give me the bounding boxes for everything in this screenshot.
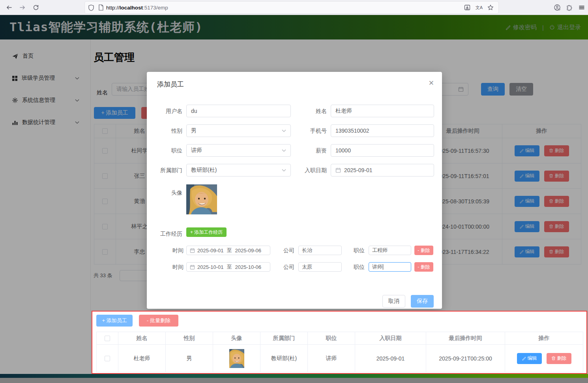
phone-input[interactable]: 13903510002 <box>331 124 434 137</box>
chevron-down-icon <box>282 130 286 132</box>
exp-date-range[interactable]: 2025-10-01至2025-10-06 <box>186 262 270 272</box>
bookmark-star-icon[interactable] <box>487 4 494 11</box>
dialog-title: 添加员工 <box>157 80 184 89</box>
page-icon <box>98 4 104 11</box>
exp-delete-button[interactable]: - 删除 <box>414 246 433 255</box>
text-caret <box>383 264 383 270</box>
name-input[interactable]: 杜老师 <box>331 105 434 117</box>
bottom-gradient-strip <box>0 374 588 378</box>
close-icon[interactable]: ✕ <box>429 79 434 87</box>
exp-time-label: 时间 <box>148 246 184 255</box>
save-page-icon[interactable] <box>464 4 471 11</box>
table-header-row: 姓名 性别 头像 所属部门 职位 入职日期 最后操作时间 操作 <box>97 332 583 345</box>
salary-label: 薪资 <box>291 144 327 157</box>
calendar-icon <box>335 167 341 173</box>
entry-date-input[interactable]: 2025-09-01 <box>331 164 434 176</box>
exp-date-range[interactable]: 2025-09-01至2025-09-06 <box>186 246 270 255</box>
dept-label: 所属部门 <box>147 164 182 176</box>
url-bar[interactable]: http://localhost:5173/emp 文A <box>85 2 498 13</box>
salary-input[interactable]: 10000 <box>331 144 434 157</box>
gender-select[interactable]: 男 <box>186 124 291 137</box>
add-work-exp-button[interactable]: + 添加工作经历 <box>186 227 227 237</box>
dept-select[interactable]: 教研部(杜) <box>186 164 291 176</box>
result-table: 姓名 性别 头像 所属部门 职位 入职日期 最后操作时间 操作 杜老师 男 教研… <box>96 332 583 372</box>
edit-button[interactable]: 编辑 <box>517 353 542 364</box>
avatar-label: 头像 <box>147 186 182 199</box>
exp-position-input-focused[interactable]: 讲师 <box>369 262 411 272</box>
url-text[interactable]: http://localhost:5173/emp <box>106 5 464 11</box>
exp-delete-button[interactable]: - 删除 <box>414 262 433 272</box>
calendar-icon <box>190 248 195 253</box>
exp-position-input[interactable]: 工程师 <box>369 246 411 255</box>
shield-icon <box>88 4 94 11</box>
phone-label: 手机号 <box>291 124 327 137</box>
table-row: 杜老师 男 教研部(杜) 讲师 2025-09-01 2025-09-21T00… <box>97 345 583 372</box>
avatar-image[interactable] <box>186 184 217 214</box>
result-annotation-panel: + 添加员工 - 批量删除 姓名 性别 头像 所属部门 职位 入职日期 最后操作… <box>92 311 587 374</box>
url-host: localhost <box>120 5 143 11</box>
chevron-down-icon <box>282 169 286 172</box>
avatar <box>229 349 244 368</box>
account-icon[interactable] <box>554 4 561 11</box>
browser-chrome: http://localhost:5173/emp 文A <box>0 0 588 15</box>
screen: http://localhost:5173/emp 文A Tlias智能学习辅助… <box>0 0 588 383</box>
add-employee-button[interactable]: + 添加员工 <box>96 315 133 327</box>
exp-company-input[interactable]: 太原 <box>298 262 342 272</box>
extension-puzzle-icon[interactable] <box>566 4 573 11</box>
reload-icon[interactable] <box>30 2 42 13</box>
calendar-icon <box>190 265 195 270</box>
batch-delete-button[interactable]: - 批量删除 <box>139 315 178 327</box>
select-all-checkbox[interactable] <box>105 336 110 341</box>
cancel-button[interactable]: 取消 <box>382 295 405 308</box>
username-label: 用户名 <box>147 105 182 117</box>
bottom-dimmed-strip <box>0 378 588 383</box>
work-exp-label: 工作经历 <box>147 229 182 238</box>
entry-date-label: 入职日期 <box>291 164 327 176</box>
translate-icon[interactable]: 文A <box>476 5 483 11</box>
save-button[interactable]: 保存 <box>411 295 434 308</box>
exp-time-label: 时间 <box>148 262 184 272</box>
exp-company-label: 公司 <box>277 246 294 255</box>
exp-company-label: 公司 <box>277 262 294 272</box>
delete-button[interactable]: 删除 <box>547 353 571 364</box>
position-select[interactable]: 讲师 <box>186 144 291 157</box>
exp-position-label: 职位 <box>347 262 365 272</box>
add-employee-dialog: 添加员工 ✕ 用户名 du 姓名 杜老师 性别 男 手机号 1390351000… <box>147 72 442 309</box>
name-label: 姓名 <box>291 105 327 117</box>
forward-icon[interactable] <box>17 2 28 13</box>
gender-label: 性别 <box>147 124 182 137</box>
exp-company-input[interactable]: 长治 <box>298 246 342 255</box>
exp-position-label: 职位 <box>347 246 365 255</box>
chevron-down-icon <box>282 149 286 152</box>
back-icon[interactable] <box>3 2 15 13</box>
menu-hamburger-icon[interactable] <box>579 4 585 11</box>
position-label: 职位 <box>147 144 182 157</box>
username-input[interactable]: du <box>186 105 291 117</box>
row-checkbox[interactable] <box>105 356 110 361</box>
